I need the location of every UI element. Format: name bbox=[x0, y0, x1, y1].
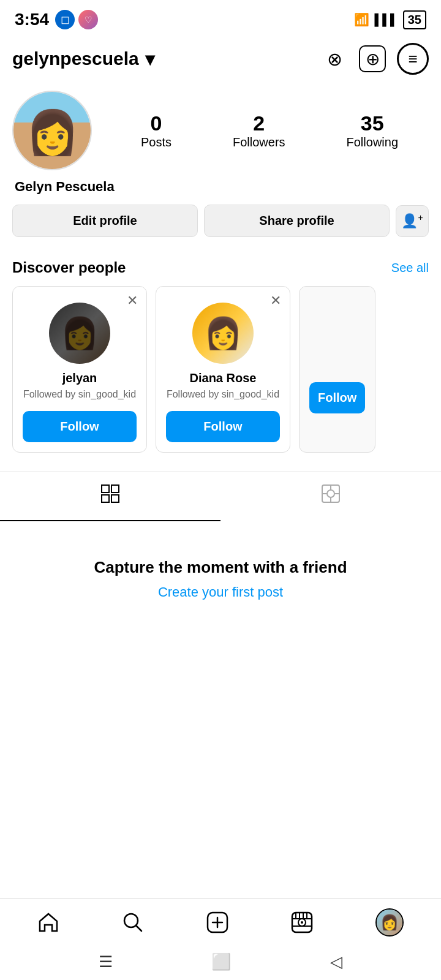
bottom-nav: 👩 ☰ ⬜ ◁ bbox=[0, 898, 441, 980]
followers-count: 2 bbox=[233, 111, 285, 135]
diana-avatar-img: 👩 bbox=[204, 315, 242, 351]
status-time: 3:54 bbox=[15, 10, 49, 29]
people-scroll: ✕ 👩 jelyan Followed by sin_good_kid Foll… bbox=[12, 286, 429, 453]
posts-count: 0 bbox=[141, 111, 172, 135]
diana-followed-by: Followed by sin_good_kid bbox=[166, 388, 280, 401]
person-card-diana: ✕ 👩 Diana Rose Followed by sin_good_kid … bbox=[156, 286, 290, 453]
jelyan-username[interactable]: jelyan bbox=[23, 371, 137, 385]
jelyan-followed-by: Followed by sin_good_kid bbox=[23, 388, 137, 401]
header-username-container[interactable]: gelynpescuela ▾ bbox=[12, 48, 154, 70]
app-icon-2: ♡ bbox=[78, 10, 98, 29]
svg-rect-1 bbox=[111, 485, 119, 492]
empty-state-title: Capture the moment with a friend bbox=[18, 558, 423, 577]
nav-reels[interactable] bbox=[291, 911, 313, 933]
avatar-jelyan[interactable]: 👩 bbox=[49, 303, 110, 364]
discover-title: Discover people bbox=[12, 259, 126, 276]
display-name: Gelyn Pescuela bbox=[12, 179, 429, 195]
svg-rect-0 bbox=[102, 485, 109, 492]
wifi-icon: 📶 bbox=[354, 12, 369, 27]
avatar-diana[interactable]: 👩 bbox=[192, 303, 254, 364]
status-icons: 📶 ▌▌▌ 35 bbox=[354, 10, 426, 29]
follow-diana-button[interactable]: Follow bbox=[166, 411, 280, 442]
add-friend-icon: 👤+ bbox=[401, 213, 423, 229]
profile-info: 0 Posts 2 Followers 35 Following bbox=[12, 91, 429, 170]
followers-label: Followers bbox=[233, 135, 285, 149]
posts-label: Posts bbox=[141, 135, 172, 149]
svg-rect-2 bbox=[102, 495, 109, 502]
grid-icon bbox=[100, 484, 120, 508]
nav-home[interactable] bbox=[37, 911, 59, 933]
tagged-icon bbox=[321, 484, 341, 508]
add-post-icon[interactable]: ⊕ bbox=[359, 45, 386, 72]
svg-line-11 bbox=[136, 925, 141, 931]
follow-jelyan-button[interactable]: Follow bbox=[23, 411, 137, 442]
tab-grid[interactable] bbox=[0, 472, 221, 521]
android-home-icon[interactable]: ⬜ bbox=[211, 952, 231, 971]
following-stat[interactable]: 35 Following bbox=[347, 111, 398, 149]
android-back-icon[interactable]: ◁ bbox=[330, 952, 342, 971]
nav-items: 👩 bbox=[0, 899, 441, 944]
svg-rect-3 bbox=[111, 495, 119, 502]
avatar[interactable] bbox=[12, 91, 92, 170]
diana-username[interactable]: Diana Rose bbox=[166, 371, 280, 385]
discover-header: Discover people See all bbox=[12, 259, 429, 276]
menu-icon[interactable]: ≡ bbox=[397, 43, 429, 75]
tabs-row bbox=[0, 472, 441, 521]
svg-point-17 bbox=[301, 921, 303, 924]
android-nav-bar: ☰ ⬜ ◁ bbox=[0, 944, 441, 980]
following-label: Following bbox=[347, 135, 398, 149]
battery-icon: 35 bbox=[403, 10, 426, 29]
avatar-image bbox=[13, 92, 91, 169]
create-first-post-link[interactable]: Create your first post bbox=[18, 584, 423, 600]
app-icons: ◻ ♡ bbox=[55, 10, 98, 29]
see-all-link[interactable]: See all bbox=[391, 261, 429, 275]
nav-search[interactable] bbox=[122, 911, 144, 933]
signal-icon: ▌▌▌ bbox=[374, 13, 398, 26]
android-menu-icon[interactable]: ☰ bbox=[99, 952, 113, 971]
close-card-jelyan-icon[interactable]: ✕ bbox=[127, 294, 138, 307]
edit-profile-button[interactable]: Edit profile bbox=[12, 205, 198, 237]
stats-container: 0 Posts 2 Followers 35 Following bbox=[110, 111, 429, 149]
posts-stat[interactable]: 0 Posts bbox=[141, 111, 172, 149]
tabs-section bbox=[0, 471, 441, 521]
nav-avatar-image: 👩 bbox=[377, 910, 402, 935]
header-actions: ⊗ ⊕ ≡ bbox=[321, 43, 429, 75]
close-card-diana-icon[interactable]: ✕ bbox=[270, 294, 281, 307]
followers-stat[interactable]: 2 Followers bbox=[233, 111, 285, 149]
jelyan-avatar-img: 👩 bbox=[61, 315, 99, 351]
nav-profile[interactable]: 👩 bbox=[375, 908, 404, 937]
add-friend-button[interactable]: 👤+ bbox=[396, 205, 429, 237]
svg-point-5 bbox=[327, 490, 334, 497]
person-card-jelyan: ✕ 👩 jelyan Followed by sin_good_kid Foll… bbox=[12, 286, 147, 453]
threads-icon[interactable]: ⊗ bbox=[321, 45, 348, 72]
status-bar: 3:54 ◻ ♡ 📶 ▌▌▌ 35 bbox=[0, 0, 441, 37]
empty-state: Capture the moment with a friend Create … bbox=[0, 521, 441, 637]
nav-profile-avatar[interactable]: 👩 bbox=[375, 908, 404, 937]
app-icon-1: ◻ bbox=[55, 10, 75, 29]
tab-tagged[interactable] bbox=[221, 472, 441, 521]
discover-section: Discover people See all ✕ 👩 jelyan Follo… bbox=[0, 247, 441, 459]
username-chevron-icon[interactable]: ▾ bbox=[145, 48, 154, 70]
profile-section: 0 Posts 2 Followers 35 Following Gelyn P… bbox=[0, 85, 441, 247]
username-text: gelynpescuela bbox=[12, 48, 139, 69]
share-profile-button[interactable]: Share profile bbox=[204, 205, 390, 237]
following-count: 35 bbox=[347, 111, 398, 135]
header: gelynpescuela ▾ ⊗ ⊕ ≡ bbox=[0, 37, 441, 85]
person-card-partial: Follow bbox=[299, 286, 375, 453]
follow-partial-button[interactable]: Follow bbox=[309, 382, 365, 413]
action-buttons: Edit profile Share profile 👤+ bbox=[12, 205, 429, 237]
nav-add[interactable] bbox=[206, 911, 228, 933]
